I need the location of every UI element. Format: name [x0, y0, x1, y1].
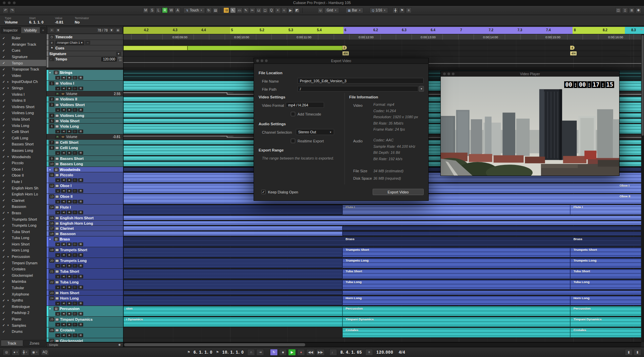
- record-arm-button[interactable]: ●: [55, 87, 60, 90]
- visibility-item[interactable]: ✓▾Strings: [0, 85, 46, 91]
- arrange-lane[interactable]: Flute IFlute I: [123, 205, 641, 215]
- visibility-item[interactable]: ✓Violines Short: [0, 104, 46, 110]
- record-arm-button[interactable]: ●: [55, 242, 60, 246]
- right-locator-icon[interactable]: ⚑: [216, 350, 219, 354]
- visibility-item[interactable]: ✓Basses Short: [0, 141, 46, 147]
- folder-expand-icon[interactable]: ▾: [49, 238, 53, 241]
- visibility-item[interactable]: ✓▸Input/Output Ch: [0, 79, 46, 85]
- edit-channel-button[interactable]: ◆: [67, 189, 72, 193]
- edit-channel-button[interactable]: ◆: [67, 242, 72, 246]
- edit-channel-button[interactable]: ◆: [67, 76, 72, 80]
- visibility-menu-icon[interactable]: ≡: [41, 27, 46, 34]
- draw-tool-button[interactable]: ✎: [243, 7, 249, 13]
- export-video-button[interactable]: Export Video: [373, 189, 424, 195]
- check-icon[interactable]: ✓: [2, 49, 7, 52]
- signature-event[interactable]: 4/4: [342, 51, 349, 55]
- check-icon[interactable]: ✓: [2, 99, 7, 102]
- signature-track-header[interactable]: Signature▾: [47, 51, 123, 56]
- tempo-value[interactable]: 120.000: [101, 57, 117, 61]
- visibility-item[interactable]: ✓Signature: [0, 54, 46, 60]
- maximize-icon[interactable]: [13, 1, 16, 4]
- left-locator-icon[interactable]: ⚑: [187, 350, 190, 354]
- stop-button[interactable]: ■: [279, 349, 287, 356]
- window-controls[interactable]: [3, 1, 16, 4]
- check-icon[interactable]: ✓: [2, 224, 7, 227]
- check-icon[interactable]: ✓: [2, 205, 7, 209]
- snap-type-select[interactable]: Grid ▼: [324, 7, 339, 13]
- tab-track[interactable]: Track: [1, 340, 23, 346]
- expand-arrow-icon[interactable]: ▾: [7, 87, 12, 90]
- midi-event[interactable]: [123, 258, 342, 268]
- monitor-button[interactable]: ◀: [61, 275, 66, 278]
- folder-track-header[interactable]: ▾▤Brass●◀◆▷▦: [47, 236, 123, 247]
- dialog-window-controls[interactable]: [256, 59, 268, 62]
- check-icon[interactable]: ✓: [2, 249, 7, 252]
- check-icon[interactable]: ✓: [2, 80, 7, 84]
- visibility-item[interactable]: ✓Piano: [0, 316, 46, 322]
- check-icon[interactable]: ✓: [2, 267, 7, 271]
- channel-strip-button[interactable]: ▦: [78, 178, 83, 182]
- vertical-scrollbar[interactable]: [641, 34, 644, 342]
- visibility-item[interactable]: ✓Ruler: [0, 35, 46, 41]
- edit-channel-button[interactable]: ◆: [67, 200, 72, 204]
- arrange-lane[interactable]: Tuba LongTuba Long: [123, 279, 641, 290]
- vertical-scroll-handle[interactable]: [642, 35, 644, 136]
- visibility-item[interactable]: ✓Bassoon: [0, 204, 46, 210]
- midi-event[interactable]: [123, 269, 342, 279]
- signature-event[interactable]: 4/4: [570, 51, 577, 55]
- midi-event[interactable]: [342, 317, 570, 327]
- midi-event[interactable]: [123, 221, 641, 225]
- midi-event[interactable]: [123, 306, 342, 316]
- split-tool-button[interactable]: ✂: [250, 7, 255, 13]
- workspace-button[interactable]: ▤: [213, 7, 218, 13]
- midi-event[interactable]: [342, 280, 570, 289]
- track-header[interactable]: 13Oboe II●◀◆▷▦: [47, 194, 123, 205]
- cue-event[interactable]: [187, 46, 342, 50]
- track-header[interactable]: 27Glockenspiel: [47, 338, 123, 342]
- track-header[interactable]: 25Timpani Dynamics●◀◆▷▦: [47, 317, 123, 327]
- record-arm-button[interactable]: ●: [55, 108, 60, 112]
- arrange-lane[interactable]: sionPercussionPercussion: [123, 306, 641, 317]
- info-field-value[interactable]: 6. 1. 1. 0: [29, 20, 44, 25]
- visibility-item[interactable]: ✓Padshop 2: [0, 310, 46, 316]
- check-icon[interactable]: ✓: [2, 55, 7, 59]
- automation-track-header[interactable]: RWVolume-0.81: [47, 134, 123, 140]
- midi-event[interactable]: [123, 226, 342, 230]
- visibility-item[interactable]: ✓Violins II: [0, 97, 46, 104]
- check-icon[interactable]: ✓: [2, 180, 7, 183]
- automation-l-button[interactable]: L: [156, 7, 161, 13]
- realtime-export-checkbox[interactable]: [291, 139, 295, 143]
- monitor-button[interactable]: ◀: [61, 87, 66, 90]
- track-header[interactable]: 19Trumpets Short●◀◆▷▦: [47, 247, 123, 258]
- edit-channel-button[interactable]: ◆: [67, 253, 72, 257]
- punch-in-button[interactable]: ⇥: [256, 349, 264, 356]
- info-field-value[interactable]: No: [75, 20, 89, 25]
- instrument-icon[interactable]: ▷: [72, 200, 77, 204]
- video-format-value[interactable]: mp4 / H.264: [286, 102, 324, 108]
- check-icon[interactable]: ✓: [2, 68, 7, 71]
- visibility-item[interactable]: ✓Video: [0, 73, 46, 79]
- visibility-item[interactable]: ✓Arranger Track: [0, 41, 46, 48]
- remove-icon[interactable]: –: [85, 41, 90, 45]
- monitor-button[interactable]: ◀: [61, 151, 66, 155]
- edit-channel-button[interactable]: ◆: [67, 108, 72, 112]
- instrument-icon[interactable]: ▷: [72, 253, 77, 257]
- minimize-icon[interactable]: [8, 1, 11, 4]
- video-maximize-icon[interactable]: [452, 73, 454, 75]
- monitor-button[interactable]: ◀: [61, 242, 66, 246]
- autoscroll-button[interactable]: ⇉: [223, 7, 229, 13]
- visibility-item[interactable]: ✓Celli Long: [0, 135, 46, 141]
- tempo-track-header[interactable]: ♩Tempo120.00018060: [47, 56, 123, 68]
- arrange-lane[interactable]: i DynamicsTimpani DynamicsTimpani Dynami…: [123, 317, 641, 327]
- grid-type-select[interactable]: ▦ Bar ▼: [345, 7, 363, 13]
- check-icon[interactable]: ✓: [2, 317, 7, 321]
- edit-channel-button[interactable]: ◆: [67, 312, 72, 316]
- track-header[interactable]: 18Bassoon: [47, 231, 123, 236]
- check-icon[interactable]: ✓: [2, 142, 7, 146]
- expand-arrow-icon[interactable]: ▾: [7, 255, 12, 258]
- arrange-lane[interactable]: [123, 338, 641, 342]
- file-path-input[interactable]: /: [298, 86, 418, 92]
- arrange-lane[interactable]: [123, 215, 641, 221]
- visibility-item[interactable]: ✓English Horn Lo: [0, 191, 46, 197]
- folder-expand-icon[interactable]: ▾: [49, 307, 53, 310]
